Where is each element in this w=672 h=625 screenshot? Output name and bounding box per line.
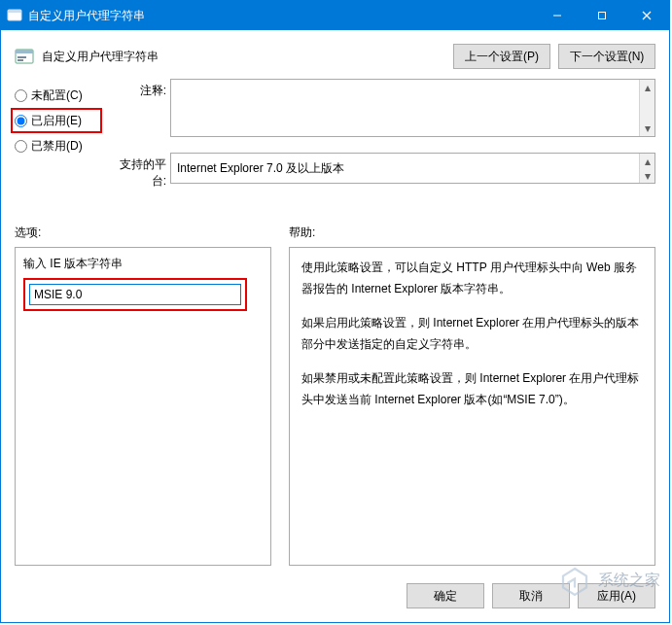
policy-icon [15,47,34,66]
minimize-button[interactable] [535,1,580,30]
radio-disabled-label: 已禁用(D) [31,138,83,155]
radio-not-configured-input[interactable] [15,89,27,102]
header-row: 自定义用户代理字符串 上一个设置(P) 下一个设置(N) [1,30,669,79]
radio-disabled-input[interactable] [15,140,27,153]
body-section: 输入 IE 版本字符串 使用此策略设置，可以自定义 HTTP 用户代理标头中向 … [1,247,669,566]
scroll-down-icon[interactable]: ▾ [640,168,655,183]
comment-scrollbar[interactable]: ▴ ▾ [639,80,654,136]
next-setting-button[interactable]: 下一个设置(N) [558,44,655,69]
comment-label: 注释: [108,79,170,137]
ok-button[interactable]: 确定 [407,583,484,608]
page-title: 自定义用户代理字符串 [42,49,445,65]
radio-enabled[interactable]: 已启用(E) [11,108,102,133]
help-para-2: 如果启用此策略设置，则 Internet Explorer 在用户代理标头的版本… [301,313,643,355]
svg-rect-9 [18,59,23,61]
mid-labels: 选项: 帮助: [1,209,669,247]
comment-row: 注释: ▴ ▾ [108,79,655,137]
window: 自定义用户代理字符串 自定义用户代理字符串 上一个设置(P) 下一个设置(N) … [0,0,670,623]
platform-textbox: Internet Explorer 7.0 及以上版本 ▴ ▾ [170,153,655,184]
platform-row: 支持的平台: Internet Explorer 7.0 及以上版本 ▴ ▾ [108,153,655,190]
ie-version-input[interactable] [29,284,241,305]
radio-disabled[interactable]: 已禁用(D) [15,133,102,158]
help-para-1: 使用此策略设置，可以自定义 HTTP 用户代理标头中向 Web 服务器报告的 I… [301,258,643,299]
window-buttons [535,1,669,30]
previous-setting-label: 上一个设置(P) [465,49,539,65]
app-icon [7,8,22,23]
apply-button[interactable]: 应用(A) [578,583,655,608]
maximize-button[interactable] [580,1,624,30]
next-setting-label: 下一个设置(N) [570,49,645,65]
comment-textarea[interactable]: ▴ ▾ [170,79,655,137]
state-radio-group: 未配置(C) 已启用(E) 已禁用(D) [15,79,102,205]
help-panel: 使用此策略设置，可以自定义 HTTP 用户代理标头中向 Web 服务器报告的 I… [289,247,655,566]
platform-value: Internet Explorer 7.0 及以上版本 [177,160,344,177]
titlebar: 自定义用户代理字符串 [1,1,669,30]
svg-rect-8 [18,56,26,58]
scroll-up-icon[interactable]: ▴ [640,154,655,168]
platform-label: 支持的平台: [108,153,170,190]
options-label: 选项: [15,225,289,241]
svg-rect-3 [599,13,606,19]
options-panel: 输入 IE 版本字符串 [15,247,271,566]
radio-enabled-input[interactable] [15,115,27,127]
window-title: 自定义用户代理字符串 [28,8,535,24]
cancel-button-label: 取消 [519,588,543,605]
footer: 确定 取消 应用(A) [1,566,669,622]
ok-button-label: 确定 [434,588,457,605]
scroll-down-icon[interactable]: ▾ [640,121,655,136]
svg-rect-7 [16,50,33,53]
scroll-up-icon[interactable]: ▴ [640,80,655,95]
options-prompt: 输入 IE 版本字符串 [23,256,263,272]
fields-column: 注释: ▴ ▾ 支持的平台: Internet Explorer 7.0 及以上… [108,79,655,205]
radio-not-configured[interactable]: 未配置(C) [15,83,102,108]
apply-button-label: 应用(A) [597,588,636,605]
top-section: 未配置(C) 已启用(E) 已禁用(D) 注释: ▴ ▾ [1,79,669,209]
radio-enabled-label: 已启用(E) [31,113,82,129]
svg-rect-1 [8,10,21,13]
previous-setting-button[interactable]: 上一个设置(P) [453,44,550,69]
close-button[interactable] [624,1,669,30]
help-label: 帮助: [289,225,655,241]
ie-version-input-highlight [23,278,247,311]
platform-scrollbar[interactable]: ▴ ▾ [639,154,654,183]
help-para-3: 如果禁用或未配置此策略设置，则 Internet Explorer 在用户代理标… [301,368,643,410]
cancel-button[interactable]: 取消 [492,583,570,608]
radio-not-configured-label: 未配置(C) [31,87,83,104]
